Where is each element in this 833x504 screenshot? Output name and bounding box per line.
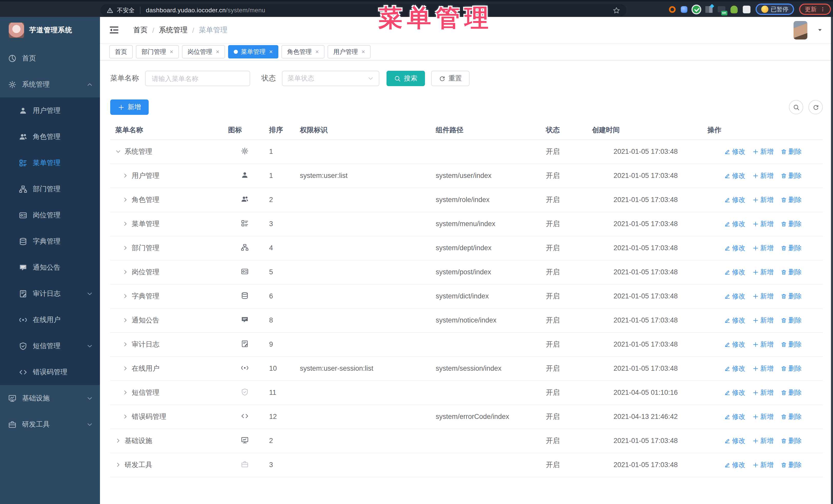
sidebar-item[interactable]: 系统管理 <box>0 71 100 97</box>
reload-button[interactable] <box>55 5 64 14</box>
status-select[interactable]: 菜单状态 <box>282 71 379 86</box>
github-icon[interactable] <box>720 25 729 34</box>
fullscreen-icon[interactable] <box>756 25 765 34</box>
extension-ring-icon[interactable] <box>669 6 675 13</box>
tab-close-icon[interactable]: × <box>170 48 173 55</box>
tag-view-tab[interactable]: 部门管理 × <box>136 45 179 58</box>
edit-link[interactable]: 修改 <box>724 436 745 445</box>
search-button[interactable]: 搜索 <box>386 71 425 86</box>
window-scrollbar[interactable] <box>831 17 833 504</box>
extension-gem-icon[interactable] <box>681 6 687 13</box>
sidebar-item[interactable]: 研发工具 <box>0 411 100 437</box>
add-child-link[interactable]: 新增 <box>753 171 774 180</box>
expand-caret-icon[interactable] <box>122 293 128 299</box>
menu-name-input[interactable] <box>145 71 250 86</box>
edit-link[interactable]: 修改 <box>724 243 745 253</box>
add-child-link[interactable]: 新增 <box>753 436 774 445</box>
avatar-dropdown-caret-icon[interactable] <box>817 27 823 33</box>
tag-view-tab[interactable]: 菜单管理 × <box>228 45 278 58</box>
edit-link[interactable]: 修改 <box>724 291 745 301</box>
delete-link[interactable]: 删除 <box>781 460 802 470</box>
edit-link[interactable]: 修改 <box>724 195 745 204</box>
reset-button[interactable]: 重置 <box>431 71 470 86</box>
edit-link[interactable]: 修改 <box>724 340 745 349</box>
add-child-link[interactable]: 新增 <box>753 364 774 373</box>
delete-link[interactable]: 删除 <box>781 219 802 229</box>
delete-link[interactable]: 删除 <box>781 412 802 421</box>
add-child-link[interactable]: 新增 <box>753 316 774 325</box>
expand-caret-icon[interactable] <box>122 389 128 395</box>
tab-close-icon[interactable]: × <box>361 48 365 55</box>
add-button[interactable]: 新增 <box>110 99 149 115</box>
tab-close-icon[interactable]: × <box>315 48 319 55</box>
help-icon[interactable] <box>738 25 747 34</box>
edit-link[interactable]: 修改 <box>724 460 745 470</box>
delete-link[interactable]: 删除 <box>781 195 802 204</box>
edit-link[interactable]: 修改 <box>724 171 745 180</box>
expand-caret-icon[interactable] <box>122 172 128 178</box>
add-child-link[interactable]: 新增 <box>753 267 774 277</box>
extension-columns-icon[interactable] <box>705 6 712 13</box>
add-child-link[interactable]: 新增 <box>753 291 774 301</box>
sidebar-item[interactable]: 错误码管理 <box>0 359 100 385</box>
delete-link[interactable]: 删除 <box>781 267 802 277</box>
expand-caret-icon[interactable] <box>122 341 128 347</box>
add-child-link[interactable]: 新增 <box>753 340 774 349</box>
breadcrumb-item[interactable]: 首页 / <box>133 25 159 34</box>
expand-caret-icon[interactable] <box>115 148 121 154</box>
expand-caret-icon[interactable] <box>122 317 128 323</box>
expand-caret-icon[interactable] <box>122 245 128 250</box>
bookmark-star-icon[interactable] <box>613 6 620 14</box>
forward-button[interactable] <box>33 5 42 14</box>
font-size-icon[interactable] <box>774 25 783 34</box>
sidebar-item[interactable]: 岗位管理 <box>0 202 100 228</box>
delete-link[interactable]: 删除 <box>781 388 802 397</box>
expand-caret-icon[interactable] <box>122 269 128 274</box>
expand-caret-icon[interactable] <box>122 221 128 226</box>
delete-link[interactable]: 删除 <box>781 364 802 373</box>
edit-link[interactable]: 修改 <box>724 219 745 229</box>
sidebar-item[interactable]: 基础设施 <box>0 385 100 411</box>
tag-view-tab[interactable]: 首页 <box>109 45 133 58</box>
delete-link[interactable]: 删除 <box>781 147 802 156</box>
tag-view-tab[interactable]: 用户管理 × <box>328 45 371 58</box>
sidebar-item[interactable]: 菜单管理 <box>0 150 100 176</box>
add-child-link[interactable]: 新增 <box>753 388 774 397</box>
update-pill[interactable]: 更新 <box>799 4 831 15</box>
sidebar-item[interactable]: 部门管理 <box>0 176 100 202</box>
delete-link[interactable]: 删除 <box>781 436 802 445</box>
add-child-link[interactable]: 新增 <box>753 147 774 156</box>
delete-link[interactable]: 删除 <box>781 291 802 301</box>
sidebar-item[interactable]: 审计日志 <box>0 281 100 307</box>
edit-link[interactable]: 修改 <box>724 147 745 156</box>
profile-paused-pill[interactable]: 已暂停 <box>755 4 794 15</box>
home-button[interactable] <box>78 5 87 14</box>
tab-close-icon[interactable]: × <box>269 48 273 55</box>
edit-link[interactable]: 修改 <box>724 316 745 325</box>
sidebar-fold-icon[interactable] <box>109 25 119 35</box>
add-child-link[interactable]: 新增 <box>753 243 774 253</box>
sidebar-item[interactable]: 首页 <box>0 45 100 71</box>
sidebar-item[interactable]: 通知公告 <box>0 254 100 281</box>
toggle-search-button[interactable] <box>789 100 803 114</box>
delete-link[interactable]: 删除 <box>781 171 802 180</box>
edit-link[interactable]: 修改 <box>724 267 745 277</box>
expand-caret-icon[interactable] <box>115 438 121 443</box>
extension-check-icon[interactable] <box>692 5 700 13</box>
expand-caret-icon[interactable] <box>122 197 128 202</box>
sidebar-item[interactable]: 用户管理 <box>0 97 100 124</box>
search-icon[interactable] <box>702 25 711 34</box>
sidebar-item[interactable]: 角色管理 <box>0 124 100 150</box>
breadcrumb-item[interactable]: 菜单管理 <box>199 25 228 34</box>
edit-link[interactable]: 修改 <box>724 412 745 421</box>
tab-close-icon[interactable]: × <box>216 48 219 55</box>
edit-link[interactable]: 修改 <box>724 388 745 397</box>
expand-caret-icon[interactable] <box>122 413 128 419</box>
extension-switch-icon[interactable]: on <box>717 6 725 12</box>
extensions-puzzle-icon[interactable] <box>742 5 750 13</box>
back-button[interactable] <box>10 5 19 14</box>
delete-link[interactable]: 删除 <box>781 243 802 253</box>
expand-caret-icon[interactable] <box>115 462 121 467</box>
sidebar-item[interactable]: 在线用户 <box>0 307 100 333</box>
address-bar[interactable]: 不安全 dashboard.yudao.iocoder.cn/system/me… <box>100 4 626 17</box>
